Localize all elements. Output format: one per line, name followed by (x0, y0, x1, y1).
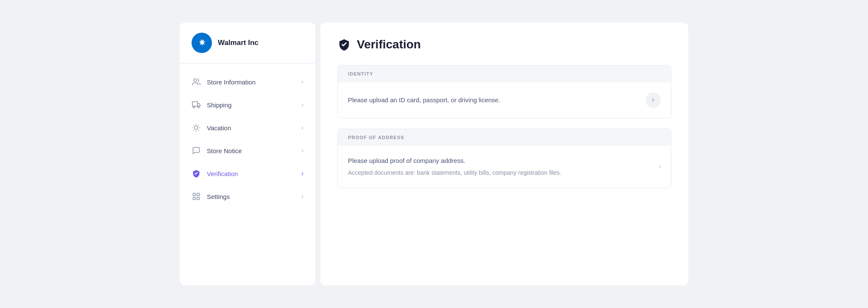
svg-rect-1 (192, 102, 198, 106)
sidebar-item-vacation[interactable]: Vacation › (180, 116, 315, 139)
svg-rect-15 (193, 197, 196, 200)
notice-icon (192, 146, 201, 155)
proof-row-text: Please upload proof of company address. … (348, 156, 661, 177)
proof-upload-secondary: Accepted documents are: bank statements,… (348, 168, 661, 177)
sidebar-label-vacation: Vacation (207, 124, 301, 132)
sidebar-header: Walmart Inc (180, 22, 315, 64)
main-content: Verification IDENTITY Please upload an I… (320, 22, 688, 286)
identity-section: IDENTITY Please upload an ID card, passp… (337, 65, 671, 118)
chevron-right-icon: › (301, 170, 303, 177)
vacation-icon (192, 123, 201, 132)
shield-icon (192, 169, 201, 178)
proof-upload-label: Please upload proof of company address. (348, 156, 661, 166)
proof-of-address-section: PROOF OF ADDRESS Please upload proof of … (337, 129, 671, 188)
settings-icon (192, 192, 201, 201)
sidebar-label-settings: Settings (207, 193, 301, 200)
walmart-logo-icon (196, 37, 207, 48)
page-header: Verification (337, 38, 671, 51)
proof-section-header: PROOF OF ADDRESS (338, 129, 671, 146)
proof-section-body: Please upload proof of company address. … (338, 146, 671, 188)
svg-line-12 (198, 125, 199, 126)
sidebar-label-verification: Verification (207, 170, 301, 177)
identity-section-header: IDENTITY (338, 65, 671, 82)
page-shield-icon (337, 38, 351, 51)
proof-row[interactable]: Please upload proof of company address. … (338, 146, 671, 188)
svg-rect-13 (193, 193, 196, 196)
chevron-right-icon: › (301, 193, 303, 200)
chevron-right-icon: › (301, 101, 303, 109)
sidebar-nav: Store Information › Shipping › (180, 64, 315, 215)
svg-line-11 (194, 130, 194, 130)
chevron-right-icon (650, 97, 656, 103)
store-logo (192, 33, 212, 53)
sidebar-item-verification[interactable]: Verification › (180, 162, 315, 185)
app-container: Walmart Inc Store Information › (180, 22, 688, 286)
sidebar-item-shipping[interactable]: Shipping › (180, 93, 315, 116)
shipping-icon (192, 100, 201, 109)
sidebar: Walmart Inc Store Information › (180, 22, 315, 286)
sidebar-item-settings[interactable]: Settings › (180, 185, 315, 208)
store-name: Walmart Inc (218, 39, 259, 47)
chevron-right-icon: › (301, 78, 303, 86)
svg-rect-16 (197, 197, 200, 200)
identity-chevron-button[interactable] (645, 92, 661, 108)
sidebar-label-store-notice: Store Notice (207, 147, 301, 154)
identity-upload-label: Please upload an ID card, passport, or d… (348, 95, 645, 105)
proof-chevron-icon: › (659, 163, 661, 171)
svg-point-4 (195, 126, 198, 129)
sidebar-item-store-notice[interactable]: Store Notice › (180, 139, 315, 162)
sidebar-item-store-information[interactable]: Store Information › (180, 70, 315, 93)
chevron-right-icon: › (301, 147, 303, 154)
page-title: Verification (357, 38, 421, 51)
svg-point-2 (193, 106, 195, 108)
chevron-right-icon: › (301, 124, 303, 132)
identity-row[interactable]: Please upload an ID card, passport, or d… (338, 82, 671, 118)
svg-point-3 (198, 106, 199, 108)
svg-point-0 (194, 79, 197, 82)
svg-rect-14 (197, 193, 200, 196)
identity-row-text: Please upload an ID card, passport, or d… (348, 95, 645, 105)
svg-line-8 (198, 130, 199, 130)
person-icon (192, 77, 201, 87)
sidebar-label-store-information: Store Information (207, 78, 301, 86)
sidebar-label-shipping: Shipping (207, 101, 301, 109)
svg-line-7 (194, 125, 194, 126)
identity-section-body: Please upload an ID card, passport, or d… (338, 82, 671, 118)
